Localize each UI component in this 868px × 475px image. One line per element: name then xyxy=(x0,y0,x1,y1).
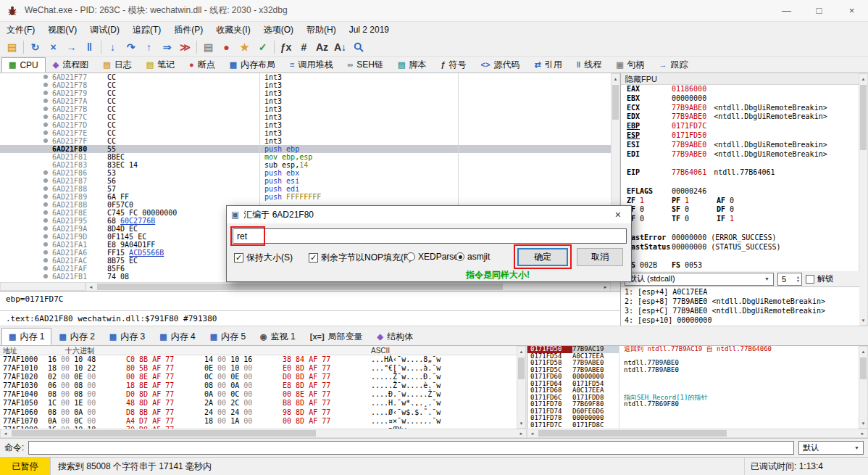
animate-icon[interactable]: ≫ xyxy=(176,38,194,55)
patch-check-icon[interactable]: ✓ xyxy=(254,38,272,55)
dump-row[interactable]: 77AF103006 00 08 0018 8E AF 7708 00 0A 0… xyxy=(0,381,517,390)
disasm-row[interactable]: 6AD21F818BECmov ebp,esp xyxy=(0,153,611,161)
tab-handles[interactable]: ▣句柄 xyxy=(609,57,651,73)
register-row[interactable]: EAX01186000 xyxy=(621,85,859,94)
restart-icon[interactable]: ↻ xyxy=(26,38,44,55)
tab-breakpoints[interactable]: ●断点 xyxy=(182,57,222,73)
scroll-right-icon[interactable]: ► xyxy=(858,429,867,437)
menu-item-plugins[interactable]: 插件(P) xyxy=(167,22,209,38)
register-row[interactable]: GS 002BFS 0053 xyxy=(621,261,859,270)
disasm-row[interactable]: 6AD21F79CCint3 xyxy=(0,89,611,97)
tab-dump-3[interactable]: ▦内存 3 xyxy=(102,328,152,345)
cancel-button[interactable]: 取消 xyxy=(577,248,623,266)
disasm-row[interactable]: 6AD21F8055push ebp xyxy=(0,145,611,153)
tab-memory-map[interactable]: ▦内存布局 xyxy=(222,57,283,73)
step-out-icon[interactable]: ↑ xyxy=(140,38,158,55)
scroll-left-icon[interactable]: ◄ xyxy=(1,429,10,437)
command-input[interactable] xyxy=(28,441,794,455)
register-row[interactable]: LastStatus00000000 (STATUS_SUCCESS) xyxy=(621,243,859,252)
scroll-left-icon[interactable]: ◄ xyxy=(527,429,537,437)
scroll-right-icon[interactable]: ► xyxy=(601,283,610,291)
dump-hscrollbar[interactable]: ◄ ► xyxy=(0,429,527,438)
scroll-thumb[interactable] xyxy=(860,358,867,379)
tab-trace[interactable]: →跟踪 xyxy=(652,57,696,73)
keep-size-checkbox[interactable]: ✓ 保持大小(S) xyxy=(234,252,293,264)
log-icon[interactable]: ▤ xyxy=(199,38,217,55)
dump-row[interactable]: 77AF104008 00 08 00D0 8D AF 770A 00 0C 0… xyxy=(0,390,517,399)
tab-dump-1[interactable]: ▦内存 1 xyxy=(1,328,51,345)
disasm-row[interactable]: 6AD21F7ACCint3 xyxy=(0,97,611,105)
open-file-icon[interactable]: ▤ xyxy=(3,38,21,55)
menu-item-options[interactable]: 选项(O) xyxy=(257,22,300,38)
scroll-thumb[interactable] xyxy=(12,430,316,437)
stack-hscrollbar[interactable]: ◄ ► xyxy=(527,429,868,438)
sort-icon[interactable]: A↓ xyxy=(331,38,349,55)
tab-seh[interactable]: ∞SEH链 xyxy=(341,57,391,73)
dump-row[interactable]: 77AF10501C 00 1E 0048 8D AF 772A 00 2C 0… xyxy=(0,399,517,408)
register-row[interactable]: ESP0171FD50 xyxy=(621,131,859,141)
disasm-row[interactable]: 6AD21F8653push ebx xyxy=(0,169,611,177)
nop-fill-checkbox[interactable]: ✓ 剩余字节以NOP填充(F) xyxy=(309,252,412,264)
register-row[interactable] xyxy=(621,178,859,187)
tab-struct[interactable]: ◈结构体 xyxy=(370,328,420,345)
dump-row[interactable]: 77AF100016 00 10 48C0 8B AF 7714 00 10 1… xyxy=(0,355,517,364)
menu-item-view[interactable]: 视图(V) xyxy=(41,22,83,38)
dialog-close-icon[interactable]: × xyxy=(609,209,627,220)
scroll-thumb[interactable] xyxy=(860,85,867,150)
favourites-icon[interactable]: ★ xyxy=(235,38,254,55)
assembly-input[interactable] xyxy=(233,228,627,244)
tab-dump-5[interactable]: ▦内存 5 xyxy=(203,328,253,345)
disasm-row[interactable]: 6AD21F7BCCint3 xyxy=(0,105,611,113)
run-to-user-icon[interactable]: ⇒ xyxy=(158,38,176,55)
disasm-row[interactable]: 6AD21F78CCint3 xyxy=(0,81,611,89)
search-icon[interactable] xyxy=(349,38,367,55)
scroll-up-icon[interactable]: ▲ xyxy=(612,74,619,83)
step-over-icon[interactable]: ↷ xyxy=(122,38,140,55)
disasm-row[interactable]: 6AD21F8857push edi xyxy=(0,185,611,193)
scroll-thumb[interactable] xyxy=(97,284,503,290)
dump-row[interactable]: 77AF101018 00 10 2280 5B AF 770E 00 10 0… xyxy=(0,364,517,373)
tab-dump-4[interactable]: ▦内存 4 xyxy=(152,328,202,345)
register-row[interactable] xyxy=(621,252,859,261)
dialog-title-bar[interactable]: ▣ 汇编于 6AD21F80 × xyxy=(227,206,631,223)
register-row[interactable]: EFLAGS00000246 xyxy=(621,187,859,197)
register-row[interactable]: EDX77B9ABE0<ntdll.DbgUiRemoteBreakin> xyxy=(621,112,859,122)
maximize-button[interactable]: □ xyxy=(803,0,835,21)
register-row[interactable]: EIP77B64061ntdll.77B64061 xyxy=(621,168,859,178)
disasm-row[interactable]: 6AD21F8756push esi xyxy=(0,177,611,185)
scroll-thumb[interactable] xyxy=(612,85,619,120)
command-profile-select[interactable]: 默认 ▼ xyxy=(798,441,864,455)
xedparse-radio[interactable]: XEDParse xyxy=(406,252,459,262)
tab-call-stack[interactable]: ≡调用堆栈 xyxy=(283,57,340,73)
register-row[interactable]: ESI77B9ABE0<ntdll.DbgUiRemoteBreakin> xyxy=(621,141,859,150)
register-row[interactable]: OF 0SF 0DF 0 xyxy=(621,205,859,215)
scroll-down-icon[interactable]: ▼ xyxy=(859,418,867,428)
scroll-thumb[interactable] xyxy=(538,430,727,437)
stack-vscrollbar[interactable]: ▲ ▼ xyxy=(859,346,868,429)
stop-icon[interactable]: × xyxy=(44,38,62,55)
functions-icon[interactable]: ƒx xyxy=(277,38,295,55)
disasm-row[interactable]: 6AD21F77CCint3 xyxy=(0,73,611,81)
hide-fpu-button[interactable]: 隐藏FPU xyxy=(621,73,859,85)
register-row[interactable]: EDI77B9ABE0<ntdll.DbgUiRemoteBreakin> xyxy=(621,150,859,160)
ok-button[interactable]: 确定 xyxy=(517,248,568,266)
register-row[interactable]: LastError00000000 (ERROR_SUCCESS) xyxy=(621,234,859,243)
dump-row[interactable]: 77AF10700A 00 0C 00A4 D7 AF 7718 00 1A 0… xyxy=(0,417,517,426)
calling-convention-select[interactable]: 默认 (stdcall) ▼ xyxy=(625,273,774,286)
disasm-row[interactable]: 6AD21F7FCCint3 xyxy=(0,137,611,145)
dump-row[interactable]: 77AF106008 00 0A 00D8 8B AF 7724 00 24 0… xyxy=(0,408,517,417)
case-icon[interactable]: Az xyxy=(313,38,331,55)
register-row[interactable]: ECX77B9ABE0<ntdll.DbgUiRemoteBreakin> xyxy=(621,104,859,113)
argument-row[interactable]: 4: [esp+10] 00000000 xyxy=(621,315,859,325)
tab-notes[interactable]: ▤笔记 xyxy=(139,57,182,73)
tab-graph[interactable]: ◈流程图 xyxy=(46,57,96,73)
unlock-checkbox[interactable]: 解锁 xyxy=(806,273,833,284)
stack-row[interactable]: 0171FD7C0171FD8C xyxy=(527,422,859,429)
tab-locals[interactable]: [x=]局部变量 xyxy=(303,328,370,345)
dump-vscrollbar[interactable]: ▲ ▼ xyxy=(517,346,526,429)
argument-row[interactable]: 3: [esp+C] 77B9ABE0 <ntdll.DbgUiRemoteBr… xyxy=(621,306,859,315)
spin-down-icon[interactable]: ▼ xyxy=(796,279,800,283)
scroll-up-icon[interactable]: ▲ xyxy=(859,347,867,356)
register-row[interactable] xyxy=(621,159,859,168)
disasm-row[interactable]: 6AD21F8383EC 14sub esp,14 xyxy=(0,161,611,169)
